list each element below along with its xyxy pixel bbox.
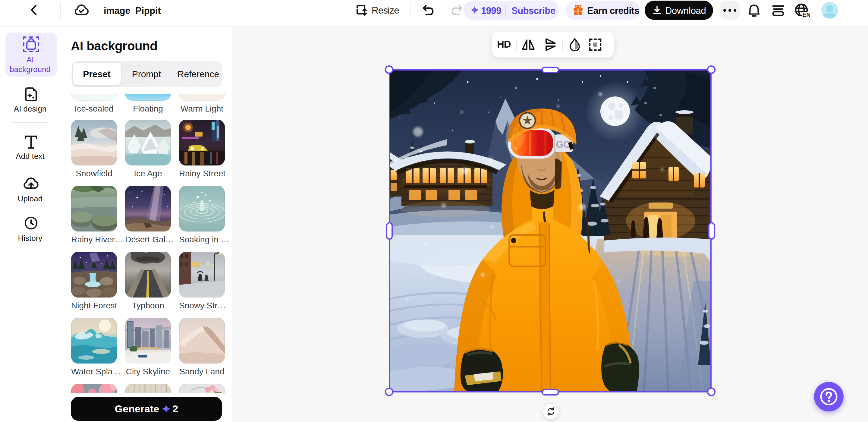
svg-text:EN: EN — [802, 11, 810, 18]
